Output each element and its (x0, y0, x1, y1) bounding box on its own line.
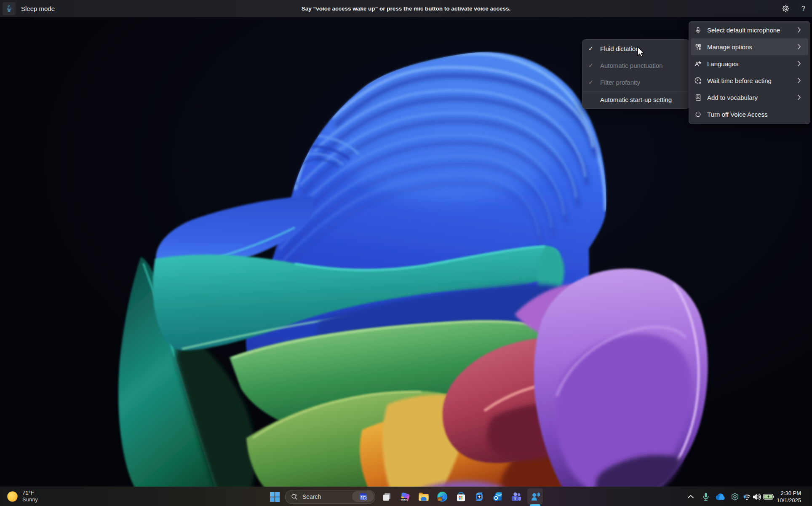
svg-text:M365: M365 (401, 498, 407, 501)
svg-text:T: T (514, 497, 516, 501)
